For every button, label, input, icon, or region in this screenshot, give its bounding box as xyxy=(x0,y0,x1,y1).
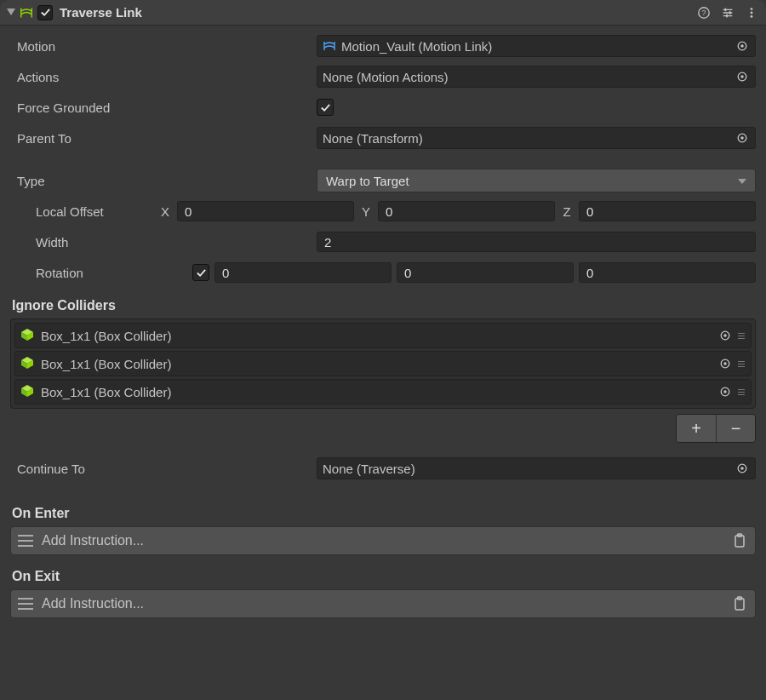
drag-handle-icon[interactable] xyxy=(737,361,746,367)
rotation-y-input[interactable] xyxy=(397,262,574,283)
type-label: Type xyxy=(10,174,317,188)
rotation-row: Rotation xyxy=(10,259,756,286)
svg-rect-7 xyxy=(729,11,731,14)
axis-y-label: Y xyxy=(359,204,373,219)
actions-label: Actions xyxy=(10,70,317,84)
rotation-z-input[interactable] xyxy=(579,262,756,283)
motion-row: Motion Motion_Vault (Motion Link) xyxy=(10,32,756,60)
object-picker-icon[interactable] xyxy=(717,355,734,372)
traverse-link-icon xyxy=(19,5,34,20)
svg-point-17 xyxy=(740,136,744,140)
component-enabled-checkbox[interactable] xyxy=(37,5,53,20)
continue-to-label: Continue To xyxy=(10,462,317,476)
continue-to-field[interactable]: None (Traverse) xyxy=(317,457,756,479)
cube-icon xyxy=(20,328,36,343)
list-icon xyxy=(18,598,33,610)
object-picker-icon[interactable] xyxy=(733,67,752,86)
on-enter-label: On Enter xyxy=(10,497,756,526)
motion-label: Motion xyxy=(10,39,317,54)
preset-icon[interactable] xyxy=(720,5,735,20)
rotation-x-input[interactable] xyxy=(214,262,392,283)
cube-icon xyxy=(20,356,36,371)
drag-handle-icon[interactable] xyxy=(737,333,746,339)
svg-text:?: ? xyxy=(702,9,706,17)
svg-rect-38 xyxy=(735,599,744,610)
chevron-down-icon xyxy=(738,174,746,188)
svg-point-28 xyxy=(723,362,727,365)
svg-point-10 xyxy=(751,11,753,14)
width-label: Width xyxy=(10,235,317,250)
svg-point-15 xyxy=(740,75,744,78)
svg-point-9 xyxy=(751,8,753,10)
svg-point-13 xyxy=(740,44,744,48)
list-item-label: Box_1x1 (Box Collider) xyxy=(41,385,717,399)
continue-to-value: None (Traverse) xyxy=(323,462,733,476)
list-icon xyxy=(18,535,33,547)
motion-field[interactable]: Motion_Vault (Motion Link) xyxy=(317,35,756,57)
local-offset-x-input[interactable] xyxy=(177,201,354,221)
remove-item-button[interactable]: − xyxy=(716,415,755,442)
svg-marker-18 xyxy=(738,179,746,184)
inspector-component-panel: Traverse Link ? Motion xyxy=(0,0,766,634)
svg-rect-36 xyxy=(735,536,744,547)
context-menu-icon[interactable] xyxy=(744,5,759,20)
force-grounded-checkbox[interactable] xyxy=(317,99,334,116)
force-grounded-label: Force Grounded xyxy=(10,100,317,115)
force-grounded-row: Force Grounded xyxy=(10,94,756,121)
drag-handle-icon[interactable] xyxy=(737,389,746,395)
motion-link-icon xyxy=(323,39,336,53)
actions-row: Actions None (Motion Actions) xyxy=(10,63,756,90)
svg-point-33 xyxy=(723,390,727,393)
on-enter-add-instruction[interactable]: Add Instruction... xyxy=(10,526,756,555)
component-title: Traverse Link xyxy=(60,5,696,20)
object-picker-icon[interactable] xyxy=(733,37,752,55)
svg-point-23 xyxy=(723,334,727,337)
cube-icon xyxy=(20,384,36,399)
list-item[interactable]: Box_1x1 (Box Collider) xyxy=(14,379,752,405)
local-offset-y-input[interactable] xyxy=(378,201,555,221)
actions-field[interactable]: None (Motion Actions) xyxy=(317,66,756,88)
parent-to-label: Parent To xyxy=(10,131,317,146)
object-picker-icon[interactable] xyxy=(733,459,752,478)
width-input[interactable] xyxy=(317,232,756,252)
local-offset-label: Local Offset xyxy=(10,204,158,219)
continue-to-row: Continue To None (Traverse) xyxy=(10,455,756,482)
actions-value: None (Motion Actions) xyxy=(323,70,733,84)
foldout-toggle[interactable] xyxy=(5,7,17,19)
svg-rect-6 xyxy=(724,8,726,11)
type-row: Type Warp to Target xyxy=(10,167,756,194)
list-item-label: Box_1x1 (Box Collider) xyxy=(41,357,717,371)
object-picker-icon[interactable] xyxy=(717,383,734,400)
svg-rect-8 xyxy=(726,14,728,17)
parent-to-field[interactable]: None (Transform) xyxy=(317,127,756,149)
list-buttons: + − xyxy=(10,414,756,443)
list-item-label: Box_1x1 (Box Collider) xyxy=(41,329,717,343)
type-dropdown[interactable]: Warp to Target xyxy=(317,169,756,192)
ignore-colliders-label: Ignore Colliders xyxy=(10,290,756,318)
svg-marker-0 xyxy=(7,9,15,15)
object-picker-icon[interactable] xyxy=(717,327,734,344)
local-offset-row: Local Offset X Y Z xyxy=(10,198,756,225)
clipboard-icon[interactable] xyxy=(731,532,748,549)
local-offset-z-input[interactable] xyxy=(579,201,756,221)
on-exit-add-instruction[interactable]: Add Instruction... xyxy=(10,589,756,618)
rotation-label: Rotation xyxy=(10,266,192,280)
clipboard-icon[interactable] xyxy=(731,595,748,612)
on-exit-label: On Exit xyxy=(10,560,756,589)
object-picker-icon[interactable] xyxy=(733,129,752,147)
component-header[interactable]: Traverse Link ? xyxy=(0,0,766,26)
axis-x-label: X xyxy=(158,204,172,219)
ignore-colliders-list: Box_1x1 (Box Collider) Box_1x1 (Box Coll… xyxy=(10,318,756,409)
list-item[interactable]: Box_1x1 (Box Collider) xyxy=(14,351,752,376)
parent-to-row: Parent To None (Transform) xyxy=(10,124,756,152)
help-icon[interactable]: ? xyxy=(696,5,712,20)
parent-to-value: None (Transform) xyxy=(323,131,733,146)
on-exit-placeholder: Add Instruction... xyxy=(42,596,731,611)
type-value: Warp to Target xyxy=(326,174,409,188)
component-body: Motion Motion_Vault (Motion Link) Action… xyxy=(0,26,766,634)
rotation-checkbox[interactable] xyxy=(192,264,209,281)
add-item-button[interactable]: + xyxy=(677,415,716,442)
list-item[interactable]: Box_1x1 (Box Collider) xyxy=(14,323,752,348)
on-enter-placeholder: Add Instruction... xyxy=(42,533,731,548)
motion-value: Motion_Vault (Motion Link) xyxy=(341,39,733,54)
